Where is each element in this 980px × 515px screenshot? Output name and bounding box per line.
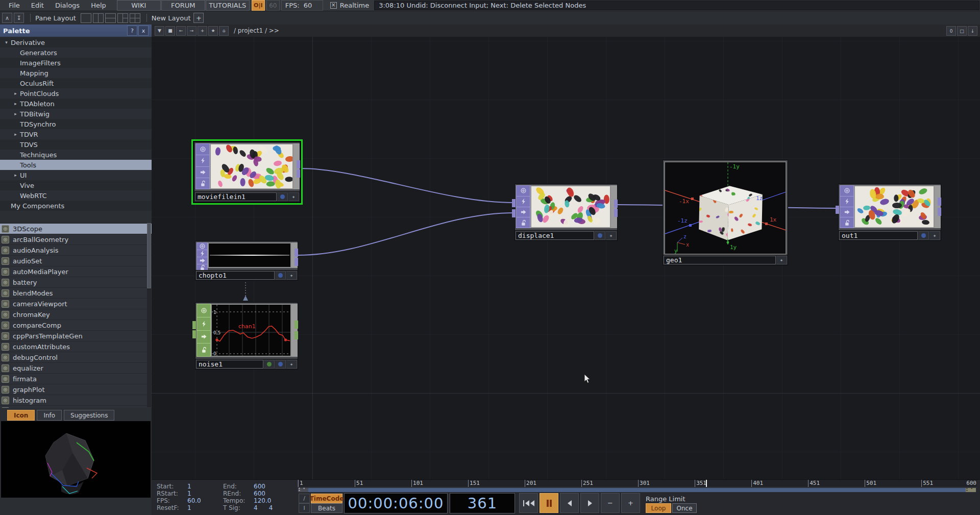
lock-flag-icon[interactable] xyxy=(197,343,211,357)
realtime-checkbox-icon[interactable]: × xyxy=(330,2,337,9)
tree-item-tdableton[interactable]: ▸TDAbleton xyxy=(0,99,152,109)
lock-flag-icon[interactable] xyxy=(516,217,530,228)
add-layout-button[interactable]: + xyxy=(193,13,204,23)
node-name-field[interactable]: out1 xyxy=(839,231,918,240)
node-expand-button[interactable]: ✦ xyxy=(286,360,297,369)
input-connector[interactable] xyxy=(192,330,196,338)
palette-item-autoMediaPlayer[interactable]: ◎autoMediaPlayer xyxy=(0,266,152,277)
palette-close-button[interactable]: x xyxy=(138,26,149,36)
node-geo1[interactable]: -1y 1y -1x 1x -1z 1z z x y xyxy=(663,160,788,265)
range-end-handle[interactable]: • • • xyxy=(966,488,976,492)
node-out1[interactable]: out1 ✦ xyxy=(838,184,941,241)
palette-item-customAttributes[interactable]: ◎customAttributes xyxy=(0,341,152,352)
layout-preset-quad[interactable] xyxy=(130,13,140,23)
export-flag-icon[interactable] xyxy=(840,207,854,218)
node-name-field[interactable]: displace1 xyxy=(516,231,594,240)
forward-icon[interactable]: → xyxy=(187,26,197,36)
realtime-toggle[interactable]: × Realtime xyxy=(330,0,369,11)
node-viewer-out1[interactable] xyxy=(854,185,935,228)
output-connector[interactable] xyxy=(295,258,298,266)
tab-timecode[interactable]: TimeCode xyxy=(311,494,342,503)
bypass-flag-icon[interactable] xyxy=(840,196,854,207)
scrollbar-thumb[interactable] xyxy=(147,223,151,288)
output-connector[interactable] xyxy=(614,200,618,208)
tab-icon[interactable]: Icon xyxy=(7,410,35,421)
step-back-button[interactable] xyxy=(560,493,579,513)
collapse-pane-icon[interactable]: ∧ xyxy=(2,13,12,23)
tree-item-tdvr[interactable]: ▸TDVR xyxy=(0,129,152,139)
palette-item-debugControl[interactable]: ◎debugControl xyxy=(0,352,152,363)
palette-item-audioAnalysis[interactable]: ◎audioAnalysis xyxy=(0,245,152,256)
tree-item-techniques[interactable]: Techniques xyxy=(0,150,152,160)
tab-info[interactable]: Info xyxy=(37,410,62,421)
field-value[interactable]: 60.0 xyxy=(187,497,201,504)
bypass-flag-icon[interactable] xyxy=(195,155,210,166)
jump-to-start-button[interactable] xyxy=(519,493,538,513)
maximize-pane-icon[interactable]: □ xyxy=(957,26,967,36)
node-comment-button[interactable] xyxy=(277,192,288,201)
node-moviefilein1[interactable]: moviefilein1 ✦ xyxy=(194,142,300,202)
zoom-level-value[interactable]: 0 xyxy=(946,26,956,36)
palette-item-battery[interactable]: ◎battery xyxy=(0,277,152,288)
tree-item-generators[interactable]: Generators xyxy=(0,47,152,58)
palette-header[interactable]: Palette ? x xyxy=(0,24,152,37)
viewer-flag-icon[interactable] xyxy=(195,143,210,155)
network-canvas[interactable]: moviefilein1 ✦ chopto1 xyxy=(152,37,980,480)
stop-icon[interactable]: ■ xyxy=(165,26,175,36)
field-value[interactable]: 1 xyxy=(187,483,191,490)
node-name-field[interactable]: noise1 xyxy=(196,360,263,369)
node-comment-button[interactable] xyxy=(918,231,929,240)
palette-item-chromaKey[interactable]: ◎chromaKey xyxy=(0,309,152,320)
field-value[interactable]: 600 xyxy=(254,490,265,497)
menu-edit[interactable]: Edit xyxy=(26,0,50,11)
palette-item-histogram[interactable]: ◎histogram xyxy=(0,395,152,406)
palette-item-cameraViewport[interactable]: ◎cameraViewport xyxy=(0,299,152,309)
once-button[interactable]: Once xyxy=(672,503,697,513)
menu-file[interactable]: File xyxy=(3,0,26,11)
timeline-ruler[interactable]: 151101151201251301351401451501551600 xyxy=(298,480,977,487)
layout-preset-vsplit[interactable] xyxy=(93,13,104,23)
tutorials-button[interactable]: TUTORIALS xyxy=(206,0,250,11)
fps-display[interactable]: FPS: 60 xyxy=(281,0,323,11)
pane-type-dropdown-icon[interactable]: ▼ xyxy=(155,26,164,36)
tree-item-derivative[interactable]: ▾Derivative xyxy=(0,37,152,47)
tree-item-imagefilters[interactable]: ImageFilters xyxy=(0,58,152,68)
tree-item-tdvs[interactable]: TDVS xyxy=(0,139,152,150)
palette-item-graphPlot[interactable]: ◎graphPlot xyxy=(0,384,152,395)
node-expand-button[interactable]: ✦ xyxy=(286,271,297,280)
input-connector[interactable] xyxy=(836,206,839,214)
bypass-flag-icon[interactable] xyxy=(197,250,208,257)
key-shortcut-i[interactable]: I xyxy=(299,503,310,513)
fps-cap-value[interactable]: 60 xyxy=(266,0,280,11)
palette-item-cppParsTemplateGen[interactable]: ◎cppParsTemplateGen xyxy=(0,331,152,341)
palette-item-imageSearch[interactable]: ◎imageSearch xyxy=(0,406,152,408)
layout-preset-hsplit[interactable] xyxy=(105,13,116,23)
output-connector[interactable] xyxy=(938,208,941,216)
frame-decrement-button[interactable]: − xyxy=(601,493,620,513)
node-chopto1[interactable]: chopto1 ✦ xyxy=(195,241,298,281)
node-expand-button[interactable]: ✦ xyxy=(929,231,940,240)
node-viewer-displace1[interactable] xyxy=(530,185,611,228)
palette-item-equalizer[interactable]: ◎equalizer xyxy=(0,363,152,374)
timeline-range-bar[interactable]: • • • • • • xyxy=(298,487,976,493)
export-flag-icon[interactable] xyxy=(197,257,208,264)
output-connector[interactable] xyxy=(297,160,300,168)
lock-flag-icon[interactable] xyxy=(840,217,854,228)
palette-help-button[interactable]: ? xyxy=(127,26,137,36)
oi-toggle-button[interactable]: O|I xyxy=(252,0,265,11)
field-value[interactable]: 1 xyxy=(187,504,191,511)
export-flag-icon[interactable] xyxy=(195,166,210,178)
tree-item-pointclouds[interactable]: ▸PointClouds xyxy=(0,88,152,99)
loop-button[interactable]: Loop xyxy=(646,503,671,513)
back-icon[interactable]: ← xyxy=(176,26,186,36)
frame-display[interactable]: 361 xyxy=(450,493,515,513)
palette-item-arcBallGeometry[interactable]: ◎arcBallGeometry xyxy=(0,234,152,245)
frame-increment-button[interactable]: + xyxy=(621,493,640,513)
export-flag-icon[interactable] xyxy=(197,330,211,344)
key-shortcut-slash[interactable]: / xyxy=(299,494,310,503)
tree-expand-icon[interactable]: ▸ xyxy=(11,173,20,178)
output-connector[interactable] xyxy=(297,169,300,178)
viewer-flag-icon[interactable] xyxy=(197,242,208,250)
palette-item-3DScope[interactable]: ◎3DScope xyxy=(0,224,152,234)
export-flag-icon[interactable] xyxy=(516,207,530,218)
